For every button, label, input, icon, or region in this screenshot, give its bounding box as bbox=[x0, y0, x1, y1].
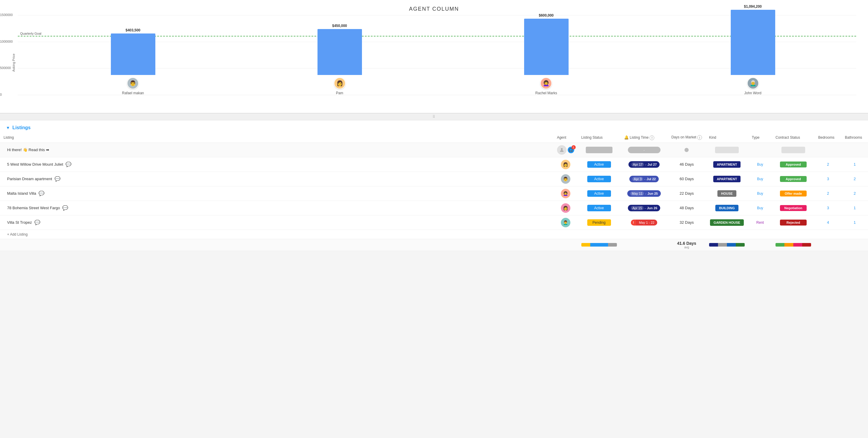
chat-icon-4[interactable]: 💬 bbox=[62, 205, 68, 211]
listing-row-3: Malta Island Villa 💬 👩‍🦱 Active May 11 -… bbox=[0, 186, 868, 200]
kind-badge-4: Building bbox=[715, 205, 738, 211]
contract-bar-orange bbox=[784, 243, 793, 247]
listings-chevron-icon[interactable]: ▼ bbox=[6, 125, 10, 130]
headphone-badge[interactable]: 🎧 bbox=[568, 147, 574, 153]
hi-kind-cell bbox=[706, 143, 748, 157]
baths-value-3: 2 bbox=[854, 191, 856, 196]
contract-cell-1: Approved bbox=[772, 157, 815, 171]
avatar-rachel: 👩‍🦱 bbox=[540, 77, 552, 89]
beds-cell-4: 3 bbox=[815, 200, 841, 215]
listing-text-1: 5 West Willow Drive Mount Juliet bbox=[7, 162, 63, 166]
summary-avg-days: 41.6 Days bbox=[672, 241, 702, 246]
chat-icon-1[interactable]: 💬 bbox=[65, 161, 71, 167]
col-header-contract: Contract Status bbox=[772, 133, 815, 143]
status-bar-blue bbox=[590, 243, 608, 247]
kind-bar-green bbox=[736, 243, 745, 247]
baths-value-2: 2 bbox=[854, 177, 856, 181]
time-badge-2: Apr 3 - Jul 22 bbox=[629, 176, 659, 182]
listing-row-5: Villa St Tropez 💬 👨‍🦱 Pending ! May 1 - … bbox=[0, 215, 868, 230]
contract-bar-darkred bbox=[802, 243, 811, 247]
bar-avatar-rafael: 👨 Rafael makan bbox=[122, 77, 144, 95]
type-link-1[interactable]: Buy bbox=[757, 162, 763, 166]
listing-inner-3: Malta Island Villa 💬 bbox=[4, 191, 550, 196]
column-header-row: Listing Agent Listing Status 🔔 Listing T… bbox=[0, 133, 868, 143]
add-listing-inner: + Add Listing bbox=[4, 232, 864, 237]
agent-name-rafael: Rafael makan bbox=[122, 91, 144, 95]
hi-contract-cell bbox=[772, 143, 815, 157]
status-cell-1: Active bbox=[578, 157, 620, 171]
kind-cell-2: Apartment bbox=[706, 171, 748, 186]
chat-icon-3[interactable]: 💬 bbox=[38, 191, 44, 196]
agent-cell-2: 👨 bbox=[554, 171, 578, 186]
avatar-john: 👨‍🦳 bbox=[747, 77, 759, 89]
bar-value-john: $1,094,200 bbox=[744, 4, 762, 9]
bars-container: $403,500 👨 Rafael makan $450,000 👩 Pam bbox=[30, 15, 856, 95]
days-market-info-icon[interactable]: i bbox=[697, 135, 702, 140]
summary-row: 41.6 Days avg bbox=[0, 239, 868, 251]
listing-time-info-icon[interactable]: i bbox=[650, 135, 654, 140]
beds-value-4: 3 bbox=[827, 206, 829, 210]
type-cell-4: Buy bbox=[748, 200, 772, 215]
kind-badge-3: House bbox=[717, 190, 736, 197]
baths-cell-5: 1 bbox=[841, 215, 868, 230]
hi-there-row: Hi there! 👋 Read this ➡ 🎧 bbox=[0, 143, 868, 157]
listing-text-3: Malta Island Villa bbox=[7, 191, 36, 196]
listing-name-cell-5: Villa St Tropez 💬 bbox=[0, 215, 554, 230]
col-header-type: Type bbox=[748, 133, 772, 143]
hi-there-inner: Hi there! 👋 Read this ➡ bbox=[4, 148, 550, 152]
listing-text-2: Parisian Dream apartment bbox=[7, 177, 52, 181]
listings-title: Listings bbox=[12, 125, 31, 130]
listing-text-4: 78 Bohemia Street West Fargo bbox=[7, 206, 60, 210]
add-listing-row: + Add Listing bbox=[0, 230, 868, 239]
hi-time-cell: - bbox=[620, 143, 668, 157]
col-header-bathrooms: Bathrooms bbox=[841, 133, 868, 143]
bar-group-john: $1,094,200 👨‍🦳 John Word bbox=[726, 4, 780, 95]
kind-bar-mid bbox=[727, 243, 736, 247]
contract-badge-1: Approved bbox=[780, 161, 807, 167]
agent-avatar-3: 👩‍🦱 bbox=[561, 189, 570, 198]
add-listing-button[interactable]: + Add Listing bbox=[7, 232, 28, 237]
days-value-2: 60 Days bbox=[679, 177, 694, 181]
bar-rachel bbox=[524, 19, 568, 75]
listing-text-5: Villa St Tropez bbox=[7, 220, 32, 225]
days-cell-3: 22 Days bbox=[668, 186, 706, 200]
agent-name-john: John Word bbox=[744, 91, 762, 95]
status-cell-3: Active bbox=[578, 186, 620, 200]
col-header-days: Days on Market i bbox=[668, 133, 706, 143]
kind-bar-grey bbox=[718, 243, 727, 247]
hi-agent-cell: 🎧 bbox=[554, 143, 578, 157]
baths-cell-3: 2 bbox=[841, 186, 868, 200]
summary-contract-bar bbox=[772, 239, 815, 251]
agent-avatar-5: 👨‍🦱 bbox=[561, 218, 570, 227]
col-header-listing[interactable]: Listing bbox=[0, 133, 554, 143]
type-link-5[interactable]: Rent bbox=[756, 220, 764, 225]
kind-bar-darkblue bbox=[709, 243, 718, 247]
type-link-3[interactable]: Buy bbox=[757, 191, 763, 196]
listing-name-cell-1: 5 West Willow Drive Mount Juliet 💬 bbox=[0, 157, 554, 171]
kind-cell-5: Garden house bbox=[706, 215, 748, 230]
status-badge-3: Active bbox=[587, 190, 611, 197]
type-link-4[interactable]: Buy bbox=[757, 206, 763, 210]
avatar-pam: 👩 bbox=[334, 77, 346, 89]
days-value-3: 22 Days bbox=[679, 191, 694, 196]
bar-avatar-john: 👨‍🦳 John Word bbox=[744, 77, 762, 95]
drag-handle[interactable]: ⠿ bbox=[0, 113, 868, 120]
chat-icon-2[interactable]: 💬 bbox=[55, 176, 60, 182]
hi-type-cell bbox=[748, 143, 772, 157]
summary-avg-label: avg bbox=[672, 246, 702, 249]
baths-cell-4: 1 bbox=[841, 200, 868, 215]
contract-badge-3: Offer made bbox=[780, 191, 807, 196]
chat-icon-5[interactable]: 💬 bbox=[34, 220, 40, 225]
kind-cell-4: Building bbox=[706, 200, 748, 215]
type-link-2[interactable]: Buy bbox=[757, 177, 763, 181]
agent-cell-5: 👨‍🦱 bbox=[554, 215, 578, 230]
time-start-4: Apr 15 bbox=[631, 206, 643, 210]
agent-name-rachel: Rachel Marks bbox=[535, 91, 557, 95]
baths-value-5: 1 bbox=[854, 220, 856, 225]
grid-label-500: 500000 bbox=[0, 66, 11, 70]
beds-cell-5: 4 bbox=[815, 215, 841, 230]
kind-cell-1: Apartment bbox=[706, 157, 748, 171]
time-cell-2: Apr 3 - Jul 22 bbox=[620, 171, 668, 186]
hi-status-cell bbox=[578, 143, 620, 157]
time-start-2: Apr 3 bbox=[632, 177, 643, 181]
